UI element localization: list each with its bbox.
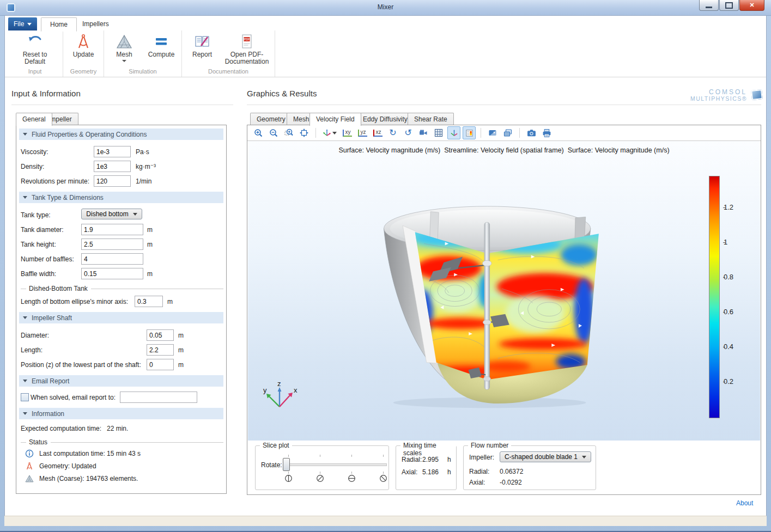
tab-geometry-label: Geometry: [257, 115, 286, 123]
mesh-icon: [25, 474, 34, 485]
view-yz-icon[interactable]: yz: [356, 126, 369, 139]
tab-general[interactable]: General: [16, 113, 52, 126]
triad-x-label: x: [294, 386, 298, 394]
titlebar[interactable]: Mixer: [0, 0, 771, 16]
rotate-left-icon[interactable]: ↻: [386, 126, 399, 139]
rotate-slider-track[interactable]: [285, 463, 387, 466]
toolbar-separator: [519, 128, 520, 138]
toolbar-separator: [481, 128, 481, 138]
ribbon-group-geometry-label: Geometry: [68, 66, 99, 77]
colorbar: 1.2 1 0.8 0.6 0.4 0.2: [709, 176, 720, 418]
density-input[interactable]: [94, 161, 131, 172]
rpm-input[interactable]: [94, 175, 131, 187]
baffle-width-label: Baffle width:: [21, 270, 56, 278]
rotate-slider-thumb[interactable]: [283, 458, 290, 471]
axes-toggle-icon[interactable]: [447, 126, 460, 139]
zoom-out-icon[interactable]: [267, 126, 280, 139]
view-xz-icon[interactable]: xz: [371, 126, 384, 139]
tank-height-input[interactable]: [81, 239, 143, 250]
open-pdf-documentation-button[interactable]: PDF Open PDF-Documentation: [223, 32, 270, 65]
view-xy-icon[interactable]: xy: [341, 126, 354, 139]
mesh-icon: [116, 33, 132, 50]
tab-geometry[interactable]: Geometry: [250, 113, 292, 125]
comsol-cube-icon: [751, 89, 763, 100]
email-checkbox[interactable]: [21, 393, 29, 401]
comsol-logo: COMSOL MULTIPHYSICS®: [688, 89, 761, 102]
report-button[interactable]: Report: [186, 32, 218, 58]
minor-axis-unit: m: [167, 298, 173, 305]
email-input[interactable]: [120, 392, 197, 403]
zoom-extents-icon[interactable]: [298, 126, 311, 139]
tank-type-dropdown[interactable]: Dished bottom: [81, 209, 142, 219]
ribbon-tab-home[interactable]: Home: [41, 17, 77, 32]
mesh-button[interactable]: Mesh: [108, 32, 140, 62]
section-fluid-properties[interactable]: Fluid Properties & Operating Conditions: [19, 129, 223, 140]
baffle-width-input[interactable]: [81, 268, 143, 279]
ribbon-tab-home-label: Home: [50, 21, 68, 28]
section-impeller-shaft[interactable]: Impeller Shaft: [19, 312, 223, 323]
tank-type-label: Tank type:: [21, 211, 51, 219]
caret-down-icon: [122, 60, 126, 62]
ribbon-group-documentation: Report PDF Open PDF-Documentation Docume…: [182, 30, 275, 77]
view-orientation-icon[interactable]: [321, 126, 338, 139]
tab-velocity-field[interactable]: Velocity Field: [309, 113, 361, 126]
rotate-right-icon[interactable]: ↺: [402, 126, 415, 139]
graphics-canvas[interactable]: Surface: Velocity magnitude (m/s) Stream…: [248, 141, 760, 441]
section-tank[interactable]: Tank Type & Dimensions: [19, 192, 223, 203]
tab-eddy-diffusivity[interactable]: Eddy Diffusivity: [356, 113, 414, 125]
update-button[interactable]: Update: [68, 32, 99, 58]
slice-vertical-icon[interactable]: [284, 474, 293, 484]
print-icon[interactable]: [540, 126, 553, 139]
transparency-icon[interactable]: [486, 126, 499, 139]
slice-plot-group-label: Slice plot: [260, 442, 292, 449]
plot-title: Surface: Velocity magnitude (m/s) Stream…: [248, 146, 760, 154]
environment-icon[interactable]: [501, 126, 514, 139]
grid-icon[interactable]: [432, 126, 445, 139]
status-group-label: Status: [21, 438, 223, 447]
toolbar-separator: [315, 128, 316, 138]
close-button[interactable]: ✕: [739, 0, 764, 11]
minor-axis-input[interactable]: [135, 296, 163, 307]
reset-to-default-label: Reset to Default: [11, 51, 58, 65]
zoom-box-icon[interactable]: [282, 126, 295, 139]
ribbon-group-geometry: Update Geometry: [63, 30, 104, 77]
collapse-triangle-icon: [23, 412, 27, 415]
shaft-diameter-unit: m: [178, 332, 184, 339]
viscosity-label: Viscosity:: [21, 148, 48, 156]
mesh-label: Mesh: [116, 51, 132, 58]
section-information[interactable]: Information: [19, 408, 223, 419]
slice-antidiagonal-icon[interactable]: [379, 474, 387, 484]
compute-button[interactable]: Compute: [145, 32, 177, 58]
tank-diameter-input[interactable]: [81, 224, 143, 235]
flow-axial-label: Axial:: [469, 479, 485, 486]
section-email-report[interactable]: Email Report: [19, 375, 223, 387]
reset-to-default-button[interactable]: Reset to Default: [11, 32, 58, 65]
ribbon-tab-impellers[interactable]: Impellers: [74, 17, 118, 30]
impeller-dropdown[interactable]: C-shaped double blade 1: [500, 451, 591, 462]
ribbon: Reset to Default Input Update Geometry: [5, 30, 766, 77]
slice-horizontal-icon[interactable]: [348, 474, 356, 484]
baffles-count-input[interactable]: [81, 253, 143, 265]
slice-diagonal-icon[interactable]: [316, 474, 324, 484]
snapshot-icon[interactable]: [525, 126, 538, 139]
about-link[interactable]: About: [736, 499, 753, 507]
viscosity-input[interactable]: [94, 146, 131, 157]
scene-camera-icon[interactable]: [417, 126, 430, 139]
close-icon: ✕: [749, 2, 754, 9]
mixing-axial-value: 5.186: [422, 468, 439, 476]
shaft-position-input[interactable]: [147, 359, 174, 370]
pdf-icon: PDF: [239, 33, 255, 50]
shaft-length-unit: m: [178, 346, 184, 354]
maximize-button[interactable]: [719, 0, 739, 11]
tank-diameter-row: Tank diameter: m: [16, 222, 226, 237]
tab-shear-rate[interactable]: Shear Rate: [408, 113, 454, 125]
mixing-axial-label: Axial:: [402, 468, 417, 476]
minimize-button[interactable]: [699, 0, 719, 11]
shaft-diameter-input[interactable]: [147, 329, 174, 341]
expected-time-row: Expected computation time: 22 min.: [16, 423, 226, 435]
zoom-in-icon[interactable]: [252, 126, 265, 139]
comsol-logo-line2: MULTIPHYSICS®: [688, 95, 747, 102]
shaft-length-input[interactable]: [147, 344, 174, 356]
file-menu-button[interactable]: File: [8, 17, 37, 30]
color-legend-toggle-icon[interactable]: [463, 126, 476, 139]
